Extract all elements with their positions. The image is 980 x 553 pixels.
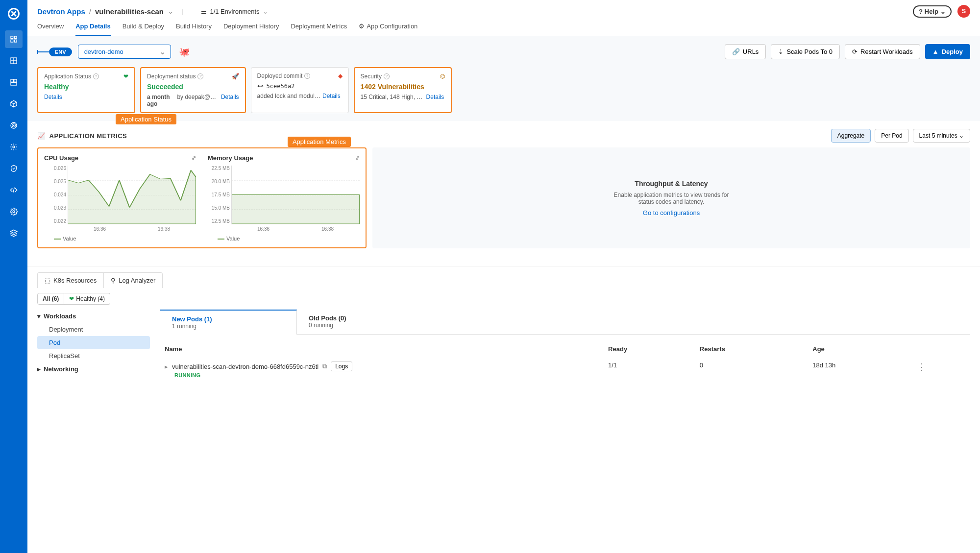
caret-right-icon[interactable]: ▸ [165,363,168,370]
help-label: Help [925,8,938,15]
help-icon[interactable]: ? [304,73,310,79]
help-icon: ? [919,8,923,15]
pod-restarts: 0 [696,358,808,382]
security-value: 1402 Vulnerabilities [361,83,445,91]
caret-right-icon: ▸ [37,365,41,373]
chart-memory: Memory Usage⤢ 22.5 MB20.0 MB17.5 MB15.0 … [208,154,360,241]
details-link[interactable]: Details [221,94,239,100]
svg-point-13 [13,211,15,213]
tree-item-deployment[interactable]: Deployment [37,323,150,336]
filter-icon: ⚌ [201,8,207,15]
commit-msg: added lock and modul… [257,93,320,99]
table-row: ▸ vulnerabilities-scan-devtron-demo-668f… [161,358,969,382]
git-icon: ◆ [338,72,343,79]
tree-item-pod[interactable]: Pod [37,336,150,349]
tab-build-history[interactable]: Build History [176,23,212,36]
chart-legend: Value [218,236,360,241]
nav-window-icon[interactable] [5,73,23,91]
tl-desc: Enable application metrics to view trend… [612,192,730,205]
help-icon[interactable]: ? [93,73,99,79]
card-label: Deployment status [147,73,196,80]
nav-target-icon[interactable] [5,117,23,134]
filter-chips: All (6) ❤Healthy (4) [27,288,980,310]
svg-rect-3 [11,40,13,42]
tab-deployment-metrics[interactable]: Deployment Metrics [291,23,347,36]
chevron-down-icon: ⌄ [263,8,268,15]
env-badge: ENV [49,48,72,56]
nav-cube-icon[interactable] [5,95,23,113]
deploy-button[interactable]: ▲Deploy [925,44,970,59]
env-line-icon [37,51,49,52]
tab-build-deploy[interactable]: Build & Deploy [122,23,164,36]
env-filter-label: 1/1 Environments [210,8,259,15]
toggle-aggregate[interactable]: Aggregate [831,129,871,143]
nav-code-icon[interactable] [5,181,23,199]
card-label: Security [361,73,382,80]
tab-app-details[interactable]: App Details [75,23,111,36]
nav-apps-icon[interactable] [5,30,23,48]
chevron-down-icon: ⌄ [940,8,946,15]
heartbeat-icon: ❤ [123,73,128,80]
tree-item-replicaset[interactable]: ReplicaSet [37,349,150,362]
nav-settings-icon[interactable] [5,203,23,220]
breadcrumb: Devtron Apps / vulnerabilities-scan ⌄ [37,7,174,16]
col-age: Age [808,341,912,357]
tab-k8s-resources[interactable]: ⬚K8s Resources [37,272,104,288]
help-icon[interactable]: ? [197,73,203,79]
chip-all[interactable]: All (6) [37,293,64,305]
rocket-icon: 🚀 [232,73,239,80]
security-summary: 15 Critical, 148 High, 7… [361,94,424,100]
expand-icon[interactable]: ⤢ [355,155,360,161]
nav-gear-icon[interactable] [5,138,23,156]
breadcrumb-root[interactable]: Devtron Apps [37,7,85,16]
deploy-time: a month ago [147,94,175,107]
pod-name: vulnerabilities-scan-devtron-demo-668fd6… [172,363,318,370]
help-button[interactable]: ? Help ⌄ [913,5,952,18]
svg-rect-4 [14,40,17,42]
card-security: Security ?⌬ 1402 Vulnerabilities 15 Crit… [354,67,452,113]
throughput-latency-panel: Throughput & Latency Enable application … [372,147,970,248]
card-deploy-status: Deployment status ?🚀 Succeeded a month a… [140,67,246,113]
pod-status: RUNNING [174,372,599,378]
tree-group-workloads[interactable]: ▾Workloads [37,310,150,323]
chevron-down-icon[interactable]: ⌄ [168,7,174,16]
nav-shield-icon[interactable] [5,160,23,177]
help-icon[interactable]: ? [384,73,390,79]
deploy-by: by deepak@devtr… [177,94,219,100]
tab-new-pods[interactable]: New Pods (1) 1 running [160,310,297,335]
tab-old-pods[interactable]: Old Pods (0) 0 running [297,310,434,334]
chart-title-text: Memory Usage [208,154,253,162]
tab-deployment-history[interactable]: Deployment History [223,23,279,36]
tab-overview[interactable]: Overview [37,23,64,36]
time-range-select[interactable]: Last 5 minutes ⌄ [913,129,970,143]
status-cards: Application Status ?❤ Healthy Details De… [27,67,980,121]
app-status-value: Healthy [44,83,128,91]
breadcrumb-sep: / [89,7,91,16]
topbar: Devtron Apps / vulnerabilities-scan ⌄ | … [27,0,980,18]
nav-layers-icon[interactable] [5,224,23,242]
tab-log-analyzer[interactable]: ⚲Log Analyzer [104,272,163,288]
chip-healthy[interactable]: ❤Healthy (4) [64,293,110,305]
env-filter[interactable]: ⚌ 1/1 Environments ⌄ [201,8,268,15]
restart-button[interactable]: ⟳Restart Workloads [845,44,920,59]
col-restarts: Restarts [696,341,808,357]
copy-icon[interactable]: ⧉ [322,362,327,370]
expand-icon[interactable]: ⤢ [192,155,196,161]
x-axis-labels: 16:3616:38 [68,226,196,232]
details-link[interactable]: Details [426,94,444,100]
details-link[interactable]: Details [44,94,62,100]
more-icon[interactable]: ⋮ [917,362,926,372]
commit-icon: ⊷ [257,82,264,90]
svg-point-11 [13,125,14,125]
tab-app-config[interactable]: ⚙App Configuration [359,23,417,36]
urls-button[interactable]: 🔗URLs [725,44,766,59]
scale-button[interactable]: ⇣Scale Pods To 0 [771,44,840,59]
user-avatar[interactable]: S [957,5,970,18]
tl-config-link[interactable]: Go to configurations [643,209,700,216]
tree-group-networking[interactable]: ▸Networking [37,362,150,376]
logs-button[interactable]: Logs [331,361,352,371]
nav-grid-icon[interactable] [5,52,23,70]
details-link[interactable]: Details [322,93,341,99]
toggle-perpod[interactable]: Per Pod [875,129,908,143]
env-select[interactable]: devtron-demo [78,45,171,59]
